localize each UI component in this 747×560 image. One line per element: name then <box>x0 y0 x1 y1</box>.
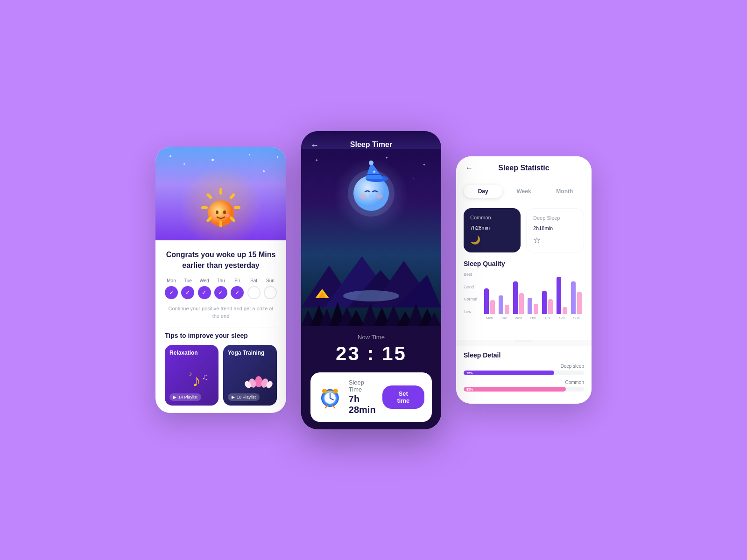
day-mon: Mon ✓ <box>165 278 178 299</box>
deep-sleep-track: 75% <box>464 371 584 375</box>
congrats-text: Congrats you woke up 15 Mins earlier tha… <box>165 250 277 271</box>
s1-header <box>155 147 286 240</box>
day-sat: Sat <box>247 278 261 299</box>
bar-sun-pink <box>577 292 582 314</box>
bar-mon-purple <box>484 288 489 314</box>
common-stat-box: Common 7h28min 🌙 <box>464 208 521 252</box>
svg-line-60 <box>325 405 327 407</box>
screen1-morning: Congrats you woke up 15 Mins earlier tha… <box>155 147 286 413</box>
scene-star4: · <box>413 177 414 180</box>
music-notes-svg: ♪ ♫ ♪ <box>188 367 216 392</box>
day-tue-check: ✓ <box>181 286 194 299</box>
s3-back-button[interactable]: ← <box>465 164 473 172</box>
deep-sleep-fill: 75% <box>464 371 554 375</box>
day-mon-label: Mon <box>167 278 176 283</box>
now-time-label: Now Time <box>310 334 432 341</box>
day-wed-label: Wed <box>199 278 209 283</box>
lotus-svg <box>242 367 275 392</box>
star1 <box>169 155 171 157</box>
bar-mon-pink <box>490 300 495 314</box>
sleep-time-value: 7h 28min <box>349 394 376 415</box>
play-icon2: ▶ <box>232 395 235 399</box>
bar-thu-pink <box>534 304 538 314</box>
set-time-button[interactable]: Set time <box>382 385 424 409</box>
sleep-card-info: Sleep Time 7h 28min <box>349 379 376 415</box>
relaxation-card[interactable]: Relaxation ♪ ♫ ♪ ▶ 14 Playlist <box>165 345 218 406</box>
svg-line-61 <box>333 405 335 407</box>
day-wed: Wed ✓ <box>198 278 211 299</box>
trend-text: Continue your positive trend and get a p… <box>165 305 277 320</box>
svg-rect-3 <box>234 206 240 209</box>
s3-header: ← Sleep Statistic <box>456 156 592 180</box>
day-thu-label: Thu <box>217 278 225 283</box>
svg-point-31 <box>376 194 383 199</box>
trees-svg <box>301 289 441 326</box>
day-thu-check: ✓ <box>214 286 227 299</box>
bar-fri <box>542 291 553 314</box>
play-icon: ▶ <box>173 395 176 399</box>
svg-point-30 <box>359 194 366 199</box>
sleep-quality-chart: Best Good Normal Low Mon Tue Wed Thu Fri… <box>464 272 584 328</box>
day-sat-empty <box>247 286 261 299</box>
yoga-badge: ▶ 10 Playlist <box>228 393 260 401</box>
day-wed-check: ✓ <box>198 286 211 299</box>
svg-text:♪: ♪ <box>192 371 201 390</box>
bar-fri-pink <box>548 299 553 314</box>
now-time-value: 23 : 15 <box>310 343 432 365</box>
deep-sleep-label: Deep Sleep <box>533 215 577 221</box>
star6 <box>277 156 278 158</box>
svg-point-10 <box>223 210 226 214</box>
day-thu: Thu ✓ <box>214 278 227 299</box>
star3 <box>211 159 214 161</box>
star5 <box>263 170 265 172</box>
day-sun: Sun <box>264 278 277 299</box>
svg-point-59 <box>333 389 338 393</box>
x-label-sun: Sun <box>571 316 582 320</box>
tips-title: Tips to improve your sleep <box>165 332 277 339</box>
sleep-stats-row: Common 7h28min 🌙 Deep Sleep 2h18min ☆ <box>464 208 584 252</box>
common-track: 85% <box>464 387 584 392</box>
deep-sleep-value: 2h18min <box>533 223 577 232</box>
relaxation-badge: ▶ 14 Playlist <box>169 393 201 401</box>
day-sat-label: Sat <box>250 278 257 283</box>
s3-title: Sleep Statistic <box>478 164 570 172</box>
svg-point-9 <box>216 210 218 214</box>
svg-point-58 <box>322 389 327 393</box>
svg-text:♪: ♪ <box>189 370 192 378</box>
common-value: 7h28min <box>470 222 514 232</box>
y-label-good: Good <box>464 285 477 289</box>
bar-sun <box>571 281 582 314</box>
svg-point-12 <box>225 214 230 217</box>
x-label-tue: Tue <box>499 316 509 320</box>
s2-header: ← Sleep Timer <box>301 131 441 149</box>
relaxation-title: Relaxation <box>169 350 198 356</box>
bar-sat-pink <box>563 307 567 314</box>
tab-week[interactable]: Week <box>504 185 543 198</box>
deep-sleep-detail-label: Deep sleep <box>560 364 584 369</box>
s2-title: Sleep Timer <box>350 140 392 149</box>
bar-tue-purple <box>499 295 503 314</box>
divider <box>514 340 533 342</box>
yoga-card[interactable]: Yoga Training ▶ 10 Playlist <box>223 345 277 406</box>
bar-mon <box>484 288 495 314</box>
x-label-thu: Thu <box>528 316 538 320</box>
svg-point-24 <box>369 194 374 199</box>
scene-star1: ✦ <box>315 158 318 162</box>
days-row: Mon ✓ Tue ✓ Wed ✓ Thu ✓ Fri ✓ <box>165 278 277 299</box>
common-detail-row: Common 85% <box>464 380 584 392</box>
tab-month[interactable]: Month <box>545 185 584 198</box>
day-fri-label: Fri <box>234 278 240 283</box>
bar-fri-purple <box>542 291 547 314</box>
bar-wed-purple <box>513 281 518 314</box>
yoga-title: Yoga Training <box>228 350 264 356</box>
bar-sun-purple <box>571 281 576 314</box>
star2 <box>183 163 185 165</box>
day-fri-check: ✓ <box>231 286 244 299</box>
svg-rect-2 <box>229 193 236 199</box>
moon-svg: ★ <box>338 158 404 219</box>
svg-text:♫: ♫ <box>202 371 209 382</box>
day-sun-empty <box>264 286 277 299</box>
day-fri: Fri ✓ <box>231 278 244 299</box>
tab-day[interactable]: Day <box>464 185 502 198</box>
bar-tue-pink <box>505 305 509 314</box>
